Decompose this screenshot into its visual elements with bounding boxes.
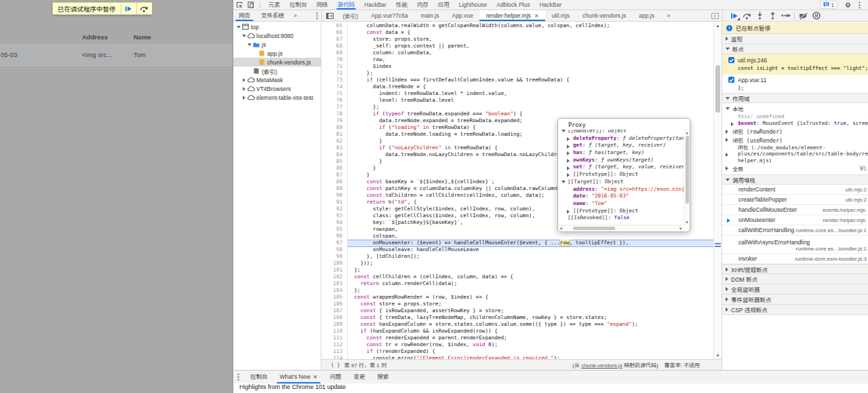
tree-expander-closed[interactable] xyxy=(241,78,247,82)
editor-scrollbar-thumb[interactable] xyxy=(715,65,720,113)
scope-variable[interactable]: $event: MouseEvent {isTrusted: true, scr… xyxy=(722,120,868,128)
tree-item-localhost-8080[interactable]: localhost:8080 xyxy=(233,31,321,40)
triangle-right-icon[interactable] xyxy=(567,166,570,170)
line-number[interactable]: 94 xyxy=(321,219,342,226)
scroll-up-arrow-icon[interactable]: ▲ xyxy=(714,22,722,29)
tree-expander-open[interactable] xyxy=(246,43,252,46)
scroll-left-arrow-icon[interactable]: ◀ xyxy=(558,225,564,231)
file-tab--索引-[interactable]: (索引) xyxy=(336,10,365,21)
popup-property-row[interactable]: set: ƒ (target, key, value, receiver) xyxy=(558,164,684,171)
line-number[interactable]: 87 xyxy=(321,172,342,179)
scope-group-closure-module[interactable]: 闭包 (./node_modules/element-plus/es/compo… xyxy=(722,145,868,164)
navigator-tab-filesystem[interactable]: 文件系统 xyxy=(256,10,290,21)
breakpoint-checkbox[interactable] xyxy=(728,77,734,83)
triangle-right-icon[interactable] xyxy=(567,173,570,177)
triangle-right-icon[interactable] xyxy=(567,159,570,163)
line-number[interactable]: 84 xyxy=(321,151,342,158)
line-number[interactable]: 80 xyxy=(321,124,342,131)
triangle-down-icon[interactable] xyxy=(561,130,566,132)
file-tab-chunk-vendors.js[interactable]: chunk-vendors.js xyxy=(576,10,632,21)
tree-item-js[interactable]: js xyxy=(233,40,321,49)
main-tab-控制台-1[interactable]: 控制台 xyxy=(285,0,312,10)
line-number[interactable]: 67 xyxy=(321,36,342,43)
scope-group-全局[interactable]: 全局Wi xyxy=(722,164,868,173)
line-number[interactable]: 93 xyxy=(321,212,342,219)
line-number[interactable]: 68 xyxy=(321,43,342,50)
settings-button[interactable] xyxy=(845,2,851,8)
popup-property-row[interactable]: has: ƒ has(target, key) xyxy=(558,149,684,157)
callstack-frame-handleCellMouseEnter[interactable]: handleCellMouseEnterevents-helper.mjs: xyxy=(722,205,868,215)
line-number[interactable]: 71 xyxy=(321,63,342,70)
popup-property-row[interactable]: ownKeys: ƒ ownKeys(target) xyxy=(558,157,684,164)
tree-item-top[interactable]: top xyxy=(233,22,321,31)
scroll-up-arrow-icon[interactable]: ▲ xyxy=(684,130,690,135)
drawer-tab-What-s-New[interactable]: What's New✕ xyxy=(274,371,324,383)
line-number[interactable]: 91 xyxy=(321,199,342,206)
line-number[interactable]: 83 xyxy=(321,145,342,151)
deactivate-breakpoints-button[interactable] xyxy=(797,11,810,20)
popup-property-row[interactable]: get: ƒ (target, key, receiver) xyxy=(558,142,684,149)
line-number[interactable]: 111 xyxy=(321,335,342,341)
line-number[interactable]: 112 xyxy=(321,341,342,348)
line-number[interactable]: 97 xyxy=(321,240,342,246)
line-number[interactable]: 90 xyxy=(321,192,342,199)
drawer-tab-搜索[interactable]: 搜索 xyxy=(371,371,395,383)
line-number[interactable]: 70 xyxy=(321,56,342,63)
scroll-down-arrow-icon[interactable]: ▼ xyxy=(684,219,690,225)
main-tab-adblock-plus-9[interactable]: Adblock Plus xyxy=(492,0,534,10)
callstack-frame-createTablePopper[interactable]: createTablePopperutil.mjs:2 xyxy=(722,195,868,205)
line-number[interactable]: 110 xyxy=(321,328,342,335)
line-number[interactable]: 107 xyxy=(321,307,342,314)
line-number[interactable]: 103 xyxy=(321,280,342,287)
line-number[interactable]: 100 xyxy=(321,260,342,267)
close-tab-icon[interactable]: ✕ xyxy=(534,13,539,19)
line-number[interactable]: 105 xyxy=(321,294,342,301)
line-number[interactable]: 95 xyxy=(321,226,342,233)
navigator-toggle-button[interactable] xyxy=(322,10,336,21)
editor-more-tabs-button[interactable]: » xyxy=(660,10,676,21)
line-number[interactable]: 66 xyxy=(321,29,342,36)
file-tab-App.vue-7c6a[interactable]: App.vue?7c6a xyxy=(365,10,414,21)
line-number[interactable]: 75 xyxy=(321,90,342,97)
line-number[interactable]: 86 xyxy=(321,165,342,172)
callstack-frame-callWithErrorHandling[interactable]: callWithErrorHandlingruntime-core.es…bun… xyxy=(722,225,868,236)
step-out-button[interactable] xyxy=(766,11,779,20)
line-number[interactable]: 69 xyxy=(321,50,342,56)
tree-item-chunk-vendors-js[interactable]: chunk-vendors.js xyxy=(233,58,321,67)
breakpoint-entry-App.vue-11[interactable]: App.vue:11}; xyxy=(722,75,868,93)
step-into-button[interactable] xyxy=(753,11,766,20)
breakpoint-checkbox[interactable] xyxy=(728,57,734,63)
inspect-element-button[interactable] xyxy=(233,0,245,10)
line-number[interactable]: 96 xyxy=(321,233,342,240)
line-number[interactable]: 73 xyxy=(321,77,342,83)
line-number[interactable]: 76 xyxy=(321,97,342,104)
main-tab-元素-0[interactable]: 元素 xyxy=(264,0,285,10)
line-number[interactable]: 113 xyxy=(321,348,342,355)
line-number[interactable]: 102 xyxy=(321,274,342,280)
editor-scrollbar[interactable]: ▲ ▼ xyxy=(713,22,722,359)
scope-group-闭包-useRender-[interactable]: 闭包 (useRender) xyxy=(722,136,868,145)
main-tab-网络-2[interactable]: 网络 xyxy=(312,0,333,10)
line-number[interactable]: 89 xyxy=(321,185,342,192)
scroll-down-arrow-icon[interactable]: ▼ xyxy=(714,352,722,359)
section-breakpoints[interactable]: 断点 xyxy=(722,44,868,54)
devtools-menu-button[interactable] xyxy=(859,1,861,9)
scope-variable[interactable]: this: undefined xyxy=(722,113,868,121)
tree-item-MetaMask[interactable]: MetaMask xyxy=(233,75,321,84)
tree-item-element-table-xss-test[interactable]: element-table-xss-test xyxy=(233,93,321,102)
tree-expander-open[interactable] xyxy=(235,26,241,29)
line-number[interactable]: 65 xyxy=(321,22,342,29)
navigator-tab-page[interactable]: 网页 xyxy=(233,10,256,21)
popup-property-row[interactable]: date: "2016-05-03" xyxy=(558,193,684,200)
step-button[interactable] xyxy=(779,11,792,20)
breakpoint-entry-util.mjs-246[interactable]: util.mjs:246const isLight = tooltipEffec… xyxy=(722,54,868,75)
section-事件监听器断点[interactable]: 事件监听器断点 xyxy=(722,295,868,305)
close-tab-icon[interactable]: ✕ xyxy=(313,371,318,383)
popup-property-row[interactable]: address: "<img src=​https://eson.ninja xyxy=(558,186,684,193)
tree-item--索引-[interactable]: (索引) xyxy=(233,67,321,75)
main-tab-内存-6[interactable]: 内存 xyxy=(412,0,433,10)
page-table-row[interactable]: 05-03 <img src... Tom xyxy=(0,45,233,66)
popup-vscroll-thumb[interactable] xyxy=(686,136,689,204)
main-tab-hackbar-10[interactable]: HackBar xyxy=(534,0,566,10)
resume-script-button[interactable] xyxy=(728,11,741,20)
